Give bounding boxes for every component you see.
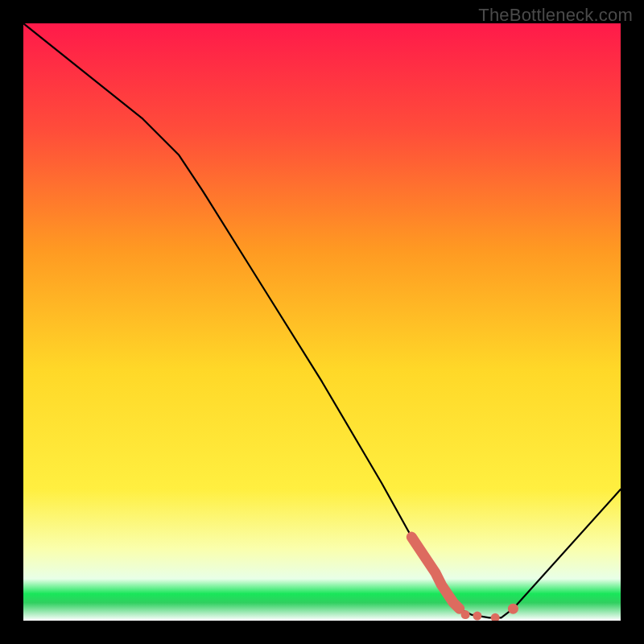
chart-svg — [23, 23, 621, 621]
highlight-dot — [508, 604, 518, 614]
highlight-dot — [473, 612, 481, 621]
chart-frame: TheBottleneck.com — [0, 0, 644, 644]
highlight-dot — [461, 610, 470, 619]
plot-area — [23, 23, 621, 621]
gradient-background — [23, 23, 621, 621]
